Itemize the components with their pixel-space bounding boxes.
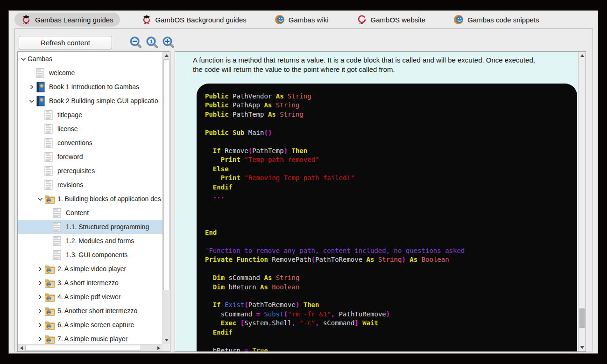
tree-item-prerequisites[interactable]: prerequisites [18,164,162,178]
tree-horizontal-scrollbar[interactable] [18,344,162,351]
tree-item-4-a-simple-pdf-viewer[interactable]: 4. A simple pdf viewer [18,290,162,304]
tree-item-license[interactable]: license [18,122,162,136]
tree-item-5-another-short-intermezzo[interactable]: 5. Another short intermezzo [18,304,162,318]
tree-item-foreword[interactable]: foreword [18,150,162,164]
tree-item-revisions[interactable]: revisions [18,178,162,192]
tree-item-label: 7. A simple music player [57,335,127,343]
tab-gambos-website[interactable]: GambOS website [350,13,432,27]
code-line [205,219,577,228]
tree-item-label: 1.2. Modules and forms [66,237,134,245]
chevron-right-icon[interactable] [37,322,42,328]
tree-item-conventions[interactable]: conventions [18,136,162,150]
gambos-cap-icon [141,14,152,25]
code-line [205,137,577,146]
chevron-right-icon[interactable] [37,280,42,286]
tree-item-label: 1.3. GUI components [66,251,127,259]
tree-item-book-2-building-simple-gui-applicatio[interactable]: Book 2 Building simple GUI applicatio [18,94,162,108]
tab-label: GambOS Background guides [155,16,247,24]
tree-vertical-scrollbar[interactable] [162,52,170,344]
tree-item-titlepage[interactable]: titlepage [18,108,162,122]
scroll-up-arrow-icon[interactable] [165,54,169,57]
chevron-right-icon[interactable] [37,336,42,342]
tree-item-7-a-simple-music-player[interactable]: 7. A simple music player [18,332,162,344]
tree-item-label: 1. Building blocks of application des [57,195,161,203]
zoom-in-button[interactable] [162,35,174,48]
content-vertical-scrollbar-thumb[interactable] [579,308,585,328]
tab-gambas-wiki[interactable]: Gambas wiki [268,13,335,27]
scroll-down-arrow-icon[interactable] [580,346,584,349]
code-line: Print "Removing Temp path failed!" [205,174,577,182]
scroll-left-arrow-icon[interactable] [20,346,23,350]
code-line: Else [205,165,577,174]
tree-item-3-a-short-intermezzo[interactable]: 3. A short intermezzo [18,276,162,290]
scroll-down-arrow-icon[interactable] [165,339,169,342]
tree-item-label: prerequisites [57,167,95,175]
tree-item-content[interactable]: Content [18,206,162,220]
tree-vertical-scrollbar-thumb[interactable] [163,59,169,290]
zoom-out-button[interactable] [129,35,141,48]
code-line: Exec [System.Shell, "-c", sCommand] Wait [205,319,577,328]
code-line: Private Function RemovePath(PathToRemove… [205,255,577,264]
refresh-content-button[interactable]: Refresh content [19,36,112,49]
tab-gambas-code-snippets[interactable]: Gambas code snippets [447,13,545,27]
doc-icon [44,180,53,190]
tree-item-2-a-simple-video-player[interactable]: 2. A simple video player [18,262,162,276]
tree-item-label: Gambas [28,55,52,63]
tree-item-label: 1.1. Structured programming [66,223,149,231]
tree-item-6-a-simple-screen-capture[interactable]: 6. A simple screen capture [18,318,162,332]
tab-label: Gambas wiki [289,16,329,24]
doc-icon [44,152,53,162]
chapter-folder-icon [44,306,55,316]
book-icon [36,82,45,92]
chevron-down-icon[interactable] [37,196,43,202]
gambas-ball-icon [453,14,464,25]
zoom-original-button[interactable]: 1 [145,35,158,48]
tree-item-label: Book 2 Building simple GUI applicatio [49,97,158,105]
tree-item-1-2-modules-and-forms[interactable]: 1.2. Modules and forms [18,234,162,248]
tree-item-label: license [57,125,78,133]
tree-item-1-3-gui-components[interactable]: 1.3. GUI components [18,248,162,262]
magnifier-icon: 1 [145,35,158,48]
chevron-right-icon[interactable] [37,266,42,272]
tree-item-1-1-structured-programming[interactable]: 1.1. Structured programming [18,220,162,234]
content-vertical-scrollbar[interactable] [578,52,586,351]
code-line [205,201,577,210]
code-line: End [205,228,577,237]
code-line: Dim bReturn As Boolean [205,283,577,292]
gambas-ball-icon [275,14,285,25]
scroll-up-arrow-icon[interactable] [580,54,584,57]
app-window: Gambas Learning guides GambOS Background… [8,10,598,354]
tab-gambas-learning-guides[interactable]: Gambas Learning guides [14,13,120,27]
tree-view: Gambas welcome Book 1 Introduction to Ga… [18,52,162,344]
doc-icon [44,124,53,134]
chevron-right-icon[interactable] [29,84,34,90]
tree-item-label: 5. Another short intermezzo [57,307,137,315]
chevron-down-icon[interactable] [29,98,35,104]
chapter-folder-icon [44,278,55,288]
tab-label: GambOS website [371,16,426,24]
chevron-right-icon[interactable] [37,294,42,300]
code-line: Endif [205,183,577,192]
chapter-folder-icon [44,292,55,302]
tree-item-book-1-introduction-to-gambas[interactable]: Book 1 Introduction to Gambas [18,80,162,94]
tree-item-gambas[interactable]: Gambas [18,52,162,66]
tree-item-welcome[interactable]: welcome [18,66,162,80]
doc-icon [44,110,53,120]
tab-label: Gambas code snippets [467,16,539,24]
doc-icon [53,222,62,232]
doc-icon [53,236,62,246]
code-line [205,265,577,273]
code-line: sCommand = Subst("rm -fr &1", PathToRemo… [205,310,577,319]
chevron-right-icon[interactable] [37,308,42,314]
scroll-right-arrow-icon[interactable] [157,346,160,350]
magnifier-icon [162,35,174,48]
tree-item-label: titlepage [57,111,82,119]
tree-item-1-building-blocks-of-application-des[interactable]: 1. Building blocks of application des [18,192,162,206]
chevron-down-icon[interactable] [21,56,26,62]
tree-horizontal-scrollbar-thumb[interactable] [25,345,141,351]
gambos-cap-icon [21,14,31,25]
tab-gambos-background-guides[interactable]: GambOS Background guides [135,13,253,27]
doc-icon [44,138,53,148]
doc-icon [36,68,45,78]
chapter-folder-icon [44,334,55,344]
